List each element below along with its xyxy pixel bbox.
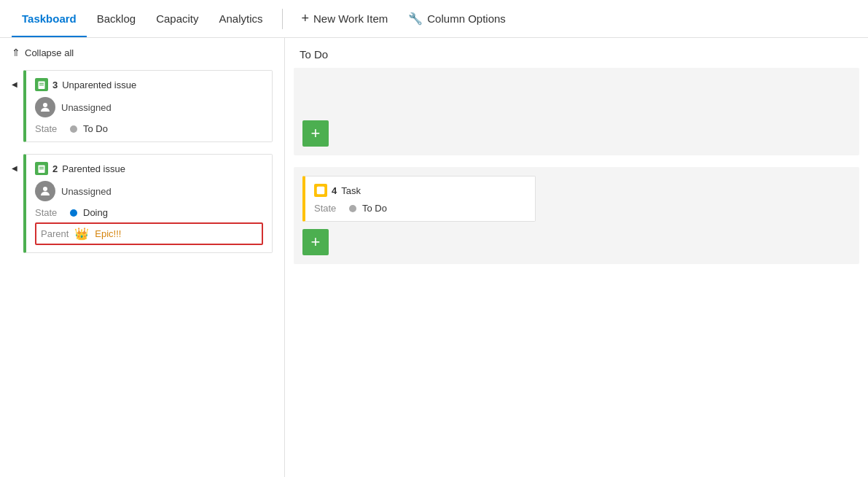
add-work-item-button-1[interactable]: + — [302, 120, 329, 147]
new-work-item-button[interactable]: + New Work Item — [292, 11, 399, 26]
column-section-2: 4 Task State To Do + — [294, 167, 859, 264]
top-nav: Taskboard Backlog Capacity Analytics + N… — [0, 0, 868, 38]
state-dot-2 — [70, 209, 77, 217]
tab-analytics[interactable]: Analytics — [208, 0, 273, 37]
state-dot-1 — [70, 125, 77, 133]
svg-point-3 — [43, 103, 47, 107]
task-state-row-4: State To Do — [314, 203, 526, 214]
column-header-todo: To Do — [285, 38, 868, 68]
task-icon-4 — [314, 184, 327, 197]
add-work-item-button-2[interactable]: + — [302, 229, 329, 255]
column-options-button[interactable]: 🔧 Column Options — [398, 12, 516, 26]
state-row-1: State To Do — [35, 123, 263, 134]
issue-icon-1 — [35, 78, 48, 91]
collapse-icon: ⇑ — [12, 47, 20, 58]
main-content: ⇑ Collapse all ◀ 3 Unparented issue — [0, 38, 868, 477]
svg-rect-2 — [39, 85, 44, 85]
wrench-icon: 🔧 — [408, 12, 423, 26]
row-collapse-arrow-2[interactable]: ◀ — [12, 164, 23, 172]
work-item-card-1: 3 Unparented issue Unassigned State — [23, 70, 273, 142]
parent-row-2: Parent 👑 Epic!!! — [35, 222, 263, 245]
issue-icon-2 — [35, 162, 48, 175]
assignee-row-1: Unassigned — [35, 97, 263, 117]
work-item-row-2: ◀ 2 Parented issue — [12, 154, 273, 253]
nav-divider — [282, 9, 283, 29]
left-panel: ⇑ Collapse all ◀ 3 Unparented issue — [0, 38, 284, 477]
tab-capacity[interactable]: Capacity — [146, 0, 208, 37]
work-item-card-2: 2 Parented issue Unassigned State D — [23, 154, 273, 253]
tab-taskboard[interactable]: Taskboard — [12, 0, 87, 37]
avatar-2 — [35, 181, 55, 201]
plus-icon: + — [302, 11, 310, 26]
task-card-header-4: 4 Task — [314, 184, 526, 197]
work-item-row: ◀ 3 Unparented issue — [12, 70, 273, 142]
svg-rect-5 — [39, 167, 44, 168]
card-header-2: 2 Parented issue — [35, 162, 263, 175]
tab-backlog[interactable]: Backlog — [87, 0, 146, 37]
svg-rect-1 — [39, 83, 44, 84]
task-card-4: 4 Task State To Do — [302, 176, 536, 222]
svg-rect-6 — [39, 168, 44, 169]
card-header-1: 3 Unparented issue — [35, 78, 263, 91]
row-collapse-arrow-1[interactable]: ◀ — [12, 80, 23, 88]
task-state-dot-4 — [349, 205, 356, 212]
column-section-1: + — [294, 68, 859, 155]
state-row-2: State Doing — [35, 207, 263, 218]
collapse-all-button[interactable]: ⇑ Collapse all — [12, 47, 273, 58]
right-panel: To Do + 4 Task — [284, 38, 868, 477]
avatar-1 — [35, 97, 55, 117]
crown-icon: 👑 — [74, 227, 89, 241]
svg-point-7 — [43, 187, 47, 191]
assignee-row-2: Unassigned — [35, 181, 263, 201]
